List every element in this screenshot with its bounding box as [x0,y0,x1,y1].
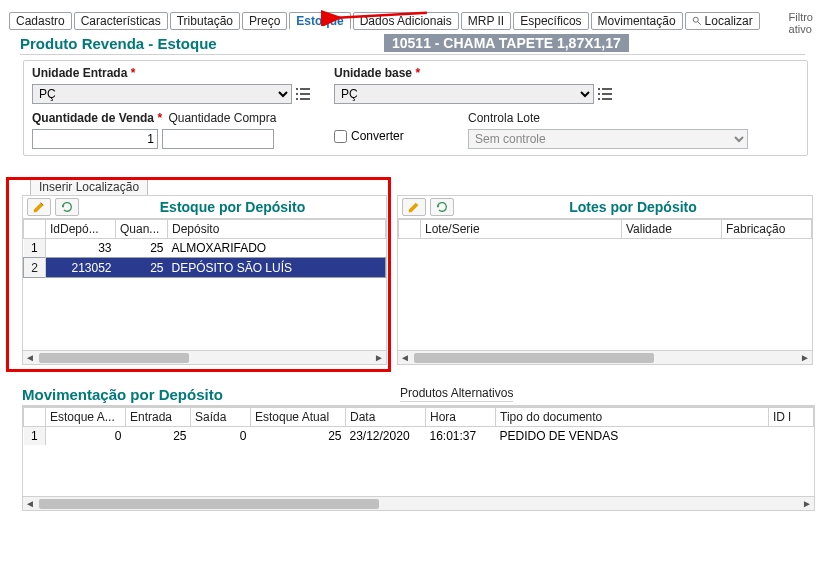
converter-label: Converter [351,129,404,143]
svg-rect-7 [300,93,310,95]
svg-rect-15 [602,98,612,100]
panel-mov-deposito: Estoque A... Entrada Saída Estoque Atual… [22,406,815,511]
svg-rect-14 [598,98,600,100]
refresh-button[interactable] [55,198,79,216]
scroll-right-icon[interactable]: ► [798,352,812,363]
col-validade[interactable]: Validade [622,220,722,239]
col-lote[interactable]: Lote/Serie [421,220,622,239]
controla-lote-select: Sem controle [468,129,748,149]
svg-rect-9 [300,98,310,100]
qtd-compra-input[interactable] [162,129,274,149]
panel-title-right: Lotes por Depósito [454,199,812,215]
tab-caracteristicas[interactable]: Características [74,12,168,30]
tab-movimentacao[interactable]: Movimentação [591,12,683,30]
col-data[interactable]: Data [346,408,426,427]
refresh-button[interactable] [430,198,454,216]
unidade-base-label: Unidade base [334,66,412,80]
tab-mrp[interactable]: MRP II [461,12,511,30]
product-id-badge: 10511 - CHAMA TAPETE 1,87X1,17 [384,34,629,52]
scroll-left-icon[interactable]: ◄ [23,498,37,509]
tab-preco[interactable]: Preço [242,12,287,30]
scroll-thumb[interactable] [39,499,379,509]
controla-lote-label: Controla Lote [468,111,540,125]
svg-rect-6 [296,93,298,95]
svg-rect-12 [598,93,600,95]
svg-rect-4 [296,88,298,90]
col-estoque-atual[interactable]: Estoque Atual [251,408,346,427]
col-rownum [399,220,421,239]
scrollbar-horizontal[interactable]: ◄ ► [23,496,814,510]
panel-title-left: Estoque por Depósito [79,199,386,215]
col-fabricacao[interactable]: Fabricação [722,220,812,239]
unidade-entrada-select[interactable]: PÇ [32,84,292,104]
panel-estoque-deposito: Estoque por Depósito IdDepó... Quan... D… [22,195,387,365]
col-estoque-ant[interactable]: Estoque A... [46,408,126,427]
svg-rect-8 [296,98,298,100]
converter-checkbox[interactable] [334,130,347,143]
col-entrada[interactable]: Entrada [126,408,191,427]
edit-button[interactable] [402,198,426,216]
panel-lotes-deposito: Lotes por Depósito Lote/Serie Validade F… [397,195,813,365]
required-star: * [157,111,162,125]
list-icon[interactable] [597,86,613,102]
scroll-left-icon[interactable]: ◄ [23,352,37,363]
tab-tributacao[interactable]: Tributação [170,12,240,30]
page-title: Produto Revenda - Estoque [20,35,217,52]
svg-line-1 [697,22,700,25]
col-saida[interactable]: Saída [191,408,251,427]
pencil-icon [407,200,421,214]
mov-title: Movimentação por Depósito [22,386,223,403]
list-icon[interactable] [295,86,311,102]
svg-rect-13 [602,93,612,95]
svg-rect-5 [300,88,310,90]
form-area: Unidade Entrada * PÇ Unidade base * PÇ Q… [23,60,808,156]
required-star: * [415,66,420,80]
svg-rect-11 [602,88,612,90]
search-icon [692,16,702,26]
tab-especificos[interactable]: Específicos [513,12,588,30]
tabs-bar: Cadastro Características Tributação Preç… [9,12,760,30]
qtd-venda-input[interactable] [32,129,158,149]
col-quant[interactable]: Quan... [116,220,168,239]
grid-mov-deposito[interactable]: Estoque A... Entrada Saída Estoque Atual… [23,407,814,445]
qtd-venda-label: Quantidade de Venda [32,111,154,125]
col-id[interactable]: ID l [769,408,814,427]
refresh-icon [60,200,74,214]
col-hora[interactable]: Hora [426,408,496,427]
col-tipo-doc[interactable]: Tipo do documento [496,408,769,427]
svg-rect-10 [598,88,600,90]
tab-localizar[interactable]: Localizar [685,12,760,30]
tab-estoque[interactable]: Estoque [289,12,350,30]
produtos-alternativos-label[interactable]: Produtos Alternativos [400,386,513,402]
col-rownum [24,408,46,427]
qtd-compra-label: Quantidade Compra [168,111,276,125]
scroll-thumb[interactable] [414,353,654,363]
tab-cadastro[interactable]: Cadastro [9,12,72,30]
required-star: * [131,66,136,80]
grid-estoque-deposito[interactable]: IdDepó... Quan... Depósito 1 33 25 ALMOX… [23,219,386,278]
scroll-right-icon[interactable]: ► [372,352,386,363]
grid-lotes-deposito[interactable]: Lote/Serie Validade Fabricação [398,219,812,239]
scroll-thumb[interactable] [39,353,189,363]
unidade-base-select[interactable]: PÇ [334,84,594,104]
filtro-ativo-label: Filtro ativo [789,11,813,35]
col-rownum [24,220,46,239]
table-row[interactable]: 1 33 25 ALMOXARIFADO [24,239,386,258]
scrollbar-horizontal[interactable]: ◄ ► [398,350,812,364]
table-row[interactable]: 1 0 25 0 25 23/12/2020 16:01:37 PEDIDO D… [24,427,814,446]
col-iddeposito[interactable]: IdDepó... [46,220,116,239]
tab-dados-adicionais[interactable]: Dados Adicionais [353,12,459,30]
pencil-icon [32,200,46,214]
col-deposito[interactable]: Depósito [168,220,386,239]
table-row[interactable]: 2 213052 25 DEPÓSITO SÃO LUÍS [24,258,386,278]
tab-localizar-label: Localizar [705,14,753,28]
scrollbar-horizontal[interactable]: ◄ ► [23,350,386,364]
scroll-left-icon[interactable]: ◄ [398,352,412,363]
refresh-icon [435,200,449,214]
svg-point-0 [693,17,698,22]
unidade-entrada-label: Unidade Entrada [32,66,127,80]
scroll-right-icon[interactable]: ► [800,498,814,509]
edit-button[interactable] [27,198,51,216]
